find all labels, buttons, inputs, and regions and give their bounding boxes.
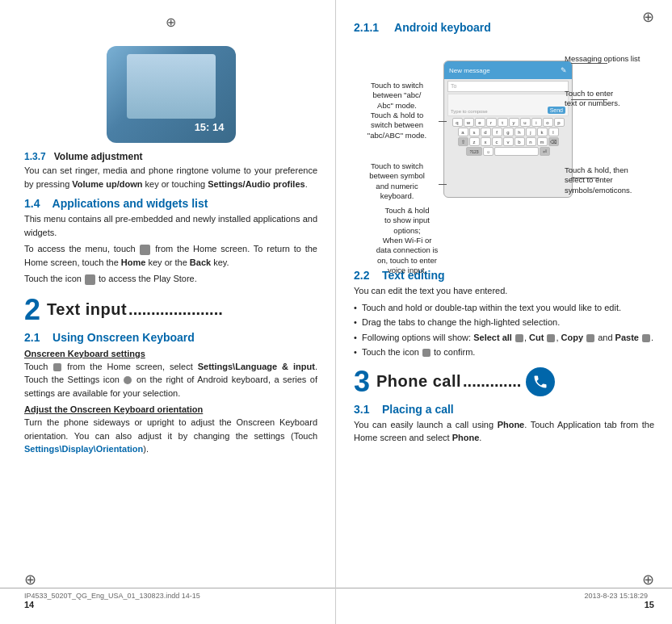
crosshair-top-right-icon: ⊕ bbox=[642, 8, 654, 26]
section-1-4-heading: 1.4 Applications and widgets list bbox=[24, 197, 317, 210]
section-2-2-bullets: Touch and hold or double-tap within the … bbox=[354, 301, 654, 359]
phone-image: 15: 14 bbox=[107, 46, 236, 143]
bullet-4: Touch the icon to confirm. bbox=[354, 346, 654, 359]
section-2-2: 2.2 Text editing You can edit the text y… bbox=[354, 269, 654, 359]
orient-body: Turn the phone sideways or upright to ad… bbox=[24, 416, 317, 456]
section-1-4: 1.4 Applications and widgets list This m… bbox=[24, 197, 317, 286]
ann-line-messaging bbox=[571, 63, 607, 64]
section-3-1-heading: 3.1 Placing a call bbox=[354, 403, 654, 416]
section-2-1-1: 2.1.1 Android keyboard New message ✎ To … bbox=[354, 21, 654, 262]
kb-settings-label: Onscreen Keyboard settings bbox=[24, 349, 317, 358]
kbd-row-2: asdfghjkl bbox=[446, 128, 570, 136]
section-1-4-body3: Touch the icon to access the Play Store. bbox=[24, 272, 317, 286]
page-num-right: 15 bbox=[645, 600, 654, 609]
ann-switch-abc: Touch to switch between "abc/ Abc" mode.… bbox=[355, 81, 439, 140]
page: ⊕ 15: 14 1.3.7 Volume adjustment You can… bbox=[0, 0, 672, 624]
settings-icon-small bbox=[53, 363, 61, 371]
section-1-3-7-body: You can set ringer, media and phone ring… bbox=[24, 164, 317, 191]
keyboard-diagram: New message ✎ To Type to compose Send qw… bbox=[355, 36, 653, 262]
section-1-4-body2: To access the menu, touch from the Home … bbox=[24, 242, 317, 269]
section-3-1: 3.1 Placing a call You can easily launch… bbox=[354, 403, 654, 445]
phone-screen bbox=[127, 54, 216, 119]
section-2-1-heading: 2.1 Using Onscreen Keyboard bbox=[24, 331, 317, 344]
kbd-row-4: ?123 ☺ ⏎ bbox=[446, 147, 570, 156]
bullet-2: Drag the tabs to change the high-lighted… bbox=[354, 316, 654, 329]
section-3-1-body: You can easily launch a call using Phone… bbox=[354, 418, 654, 445]
section-2-1-1-heading: 2.1.1 Android keyboard bbox=[354, 21, 654, 34]
crosshair-top-left-icon: ⊕ bbox=[166, 15, 176, 30]
ann-line-hold-symbols bbox=[571, 178, 599, 178]
section-1-3-7-heading: 1.3.7 Volume adjustment bbox=[24, 151, 317, 162]
select-all-icon bbox=[515, 334, 523, 342]
ann-hold-symbols: Touch & hold, then select to enter symbo… bbox=[565, 165, 653, 195]
orient-label: Adjust the Onscreen Keyboard orientation bbox=[24, 404, 317, 414]
confirm-icon bbox=[422, 349, 430, 357]
kbd-row-3: ⇧zxcvbnm⌫ bbox=[446, 137, 570, 146]
paste-icon bbox=[642, 334, 650, 342]
left-column: ⊕ 15: 14 1.3.7 Volume adjustment You can… bbox=[0, 0, 336, 624]
phone-call-icon bbox=[526, 367, 555, 396]
copy-icon bbox=[586, 334, 594, 342]
section-1-3-7: 1.3.7 Volume adjustment You can set ring… bbox=[24, 151, 317, 191]
crosshair-bottom-right-icon: ⊕ bbox=[642, 571, 654, 588]
phone-time: 15: 14 bbox=[195, 121, 225, 133]
cut-icon bbox=[547, 334, 555, 342]
footer-right: 2013-8-23 15:18:29 bbox=[336, 588, 672, 600]
kbd-to-field: To bbox=[447, 81, 569, 92]
settings-icon-small2 bbox=[124, 376, 132, 384]
ann-line-switch-abc bbox=[439, 121, 447, 122]
keyboard-screenshot: New message ✎ To Type to compose Send qw… bbox=[443, 61, 573, 198]
bullet-3: Following options will show: Select all … bbox=[354, 331, 654, 345]
ann-switch-symbol: Touch to switch between symbol and numer… bbox=[355, 161, 439, 201]
right-column: ⊕ 2.1.1 Android keyboard New message ✎ T… bbox=[336, 0, 672, 624]
kbd-row-1: qwertyuiop bbox=[446, 118, 570, 127]
kb-settings-body: Touch from the Home screen, select Setti… bbox=[24, 360, 317, 400]
footer-left: IP4533_5020T_QG_Eng_USA_01_130823.indd 1… bbox=[0, 588, 335, 600]
ann-hold-input: Touch & hold to show input options; When… bbox=[367, 206, 447, 275]
section-2-1: 2.1 Using Onscreen Keyboard Onscreen Key… bbox=[24, 331, 317, 456]
ann-line-touch-enter bbox=[571, 99, 607, 100]
home-menu-icon bbox=[140, 245, 150, 255]
kbd-top-bar: New message ✎ bbox=[444, 61, 572, 79]
crosshair-bottom-left-icon: ⊕ bbox=[24, 571, 36, 588]
page-num-left: 14 bbox=[24, 600, 34, 609]
section-1-4-body1: This menu contains all pre-embedded and … bbox=[24, 212, 317, 239]
chapter-2-heading: 2 Text input ..................... bbox=[24, 295, 317, 325]
chapter-3-heading: 3 Phone call ............. bbox=[354, 367, 654, 396]
bullet-1: Touch and hold or double-tap within the … bbox=[354, 301, 654, 315]
play-store-icon bbox=[85, 274, 95, 285]
ann-line-switch-symbol bbox=[439, 184, 447, 185]
section-2-2-body1: You can edit the text you have entered. bbox=[354, 284, 654, 298]
kbd-compose-area: Type to compose Send bbox=[447, 94, 569, 116]
